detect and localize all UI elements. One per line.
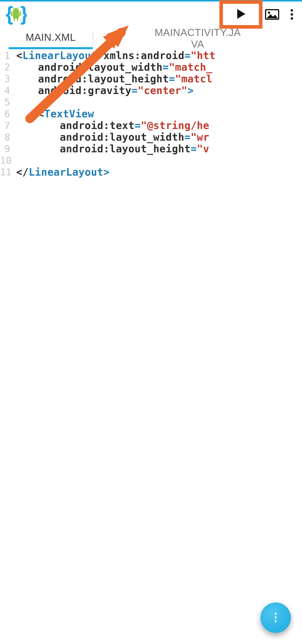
line-number: 7	[0, 120, 13, 131]
code-line[interactable]: 7android:text="@string/he	[0, 120, 302, 131]
code-line[interactable]: 4android:gravity="center">	[0, 85, 302, 96]
line-number: 8	[0, 131, 13, 143]
line-number: 6	[0, 108, 13, 120]
code-content[interactable]: android:layout_width="match_	[13, 61, 212, 73]
svg-point-13	[268, 12, 270, 14]
svg-rect-3	[11, 11, 12, 16]
line-number: 1	[0, 50, 13, 61]
play-icon[interactable]	[235, 8, 247, 21]
svg-point-9	[14, 9, 15, 10]
svg-line-8	[18, 7, 18, 9]
line-number: 2	[0, 61, 13, 73]
app-logo-icon[interactable]: { }	[5, 4, 27, 25]
code-line[interactable]: 3android:layout_height="matcl	[0, 73, 302, 85]
tab-mainactivity-java[interactable]: MAINACTIVITY.JA VA	[93, 27, 302, 49]
code-line[interactable]: 6<TextView	[0, 108, 302, 120]
code-line[interactable]: 10	[0, 155, 302, 166]
image-icon[interactable]	[265, 9, 279, 20]
svg-line-7	[13, 7, 14, 9]
code-content[interactable]: android:layout_height="v	[13, 143, 209, 155]
code-line[interactable]: 1<LinearLayout xmlns:android="htt	[0, 50, 302, 61]
editor-tabs: MAIN.XML MAINACTIVITY.JA VA	[9, 27, 302, 49]
svg-rect-2	[13, 11, 19, 18]
line-number: 4	[0, 85, 13, 96]
code-line[interactable]: 8android:layout_width="wr	[0, 131, 302, 143]
svg-rect-22	[275, 616, 276, 619]
code-content[interactable]: </LinearLayout>	[13, 166, 110, 178]
code-line[interactable]: 5	[0, 96, 302, 108]
code-editor[interactable]: 1<LinearLayout xmlns:android="htt2androi…	[0, 50, 302, 644]
line-number: 9	[0, 143, 13, 155]
code-content[interactable]: <LinearLayout xmlns:android="htt	[13, 50, 216, 61]
overflow-menu-icon[interactable]	[287, 7, 297, 22]
line-number: 10	[0, 155, 13, 166]
line-number: 3	[0, 73, 13, 85]
floating-action-button[interactable]	[260, 602, 291, 633]
svg-point-10	[17, 9, 18, 10]
svg-point-15	[291, 9, 293, 12]
code-line[interactable]: 2android:layout_width="match_	[0, 61, 302, 73]
line-number: 5	[0, 96, 13, 108]
svg-rect-4	[20, 11, 21, 16]
svg-point-16	[291, 13, 293, 16]
svg-rect-21	[275, 613, 276, 615]
run-button-highlight-annotation	[219, 0, 262, 29]
code-line[interactable]: 9android:layout_height="v	[0, 143, 302, 155]
svg-rect-23	[275, 620, 276, 622]
svg-rect-6	[17, 18, 18, 21]
line-number: 11	[0, 166, 13, 178]
svg-rect-5	[14, 18, 15, 21]
code-content[interactable]: android:layout_width="wr	[13, 131, 209, 143]
code-line[interactable]: 11</LinearLayout>	[0, 166, 302, 178]
svg-point-17	[291, 17, 293, 20]
code-content[interactable]: <TextView	[13, 108, 94, 120]
svg-marker-11	[237, 9, 245, 19]
tab-inactive-line2: VA	[191, 38, 204, 50]
code-content[interactable]: android:layout_height="matcl	[13, 73, 212, 85]
code-content[interactable]: android:text="@string/he	[13, 120, 209, 131]
svg-marker-14	[267, 14, 278, 18]
tab-main-xml[interactable]: MAIN.XML	[9, 27, 93, 49]
svg-text:}: }	[20, 4, 27, 25]
app-header: { }	[0, 2, 302, 27]
code-content[interactable]: android:gravity="center">	[13, 85, 194, 96]
tab-inactive-line1: MAINACTIVITY.JA	[155, 27, 241, 38]
